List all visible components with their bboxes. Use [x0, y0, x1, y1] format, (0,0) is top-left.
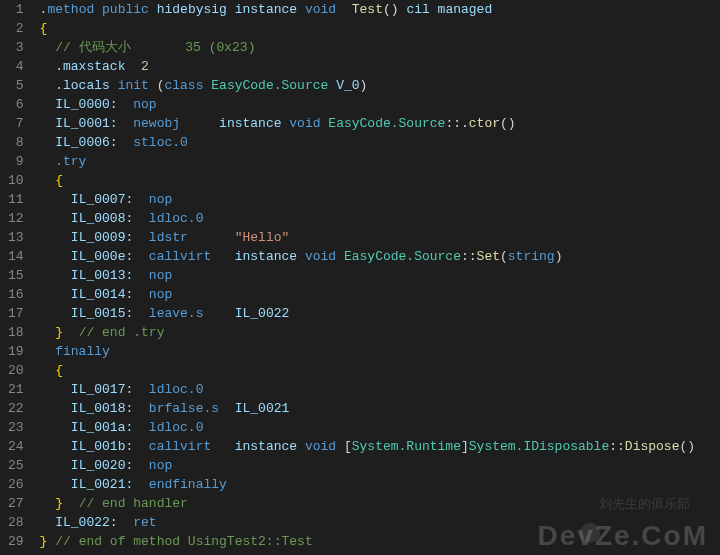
code-token: void — [305, 249, 336, 264]
code-token: ldloc.0 — [149, 211, 204, 226]
code-token — [40, 116, 56, 131]
code-token: 2 — [141, 59, 149, 74]
code-token — [40, 401, 71, 416]
code-token: IL_0021: — [71, 477, 133, 492]
code-line[interactable]: IL_0018: brfalse.s IL_0021 — [40, 399, 720, 418]
code-line[interactable]: IL_001a: ldloc.0 — [40, 418, 720, 437]
code-token — [40, 268, 71, 283]
code-token: Test — [352, 2, 383, 17]
code-editor[interactable]: 1234567891011121314151617181920212223242… — [0, 0, 720, 555]
code-token: IL_0017: — [71, 382, 133, 397]
code-token — [133, 306, 149, 321]
code-token: .try — [55, 154, 86, 169]
code-line[interactable]: IL_000e: callvirt instance void EasyCode… — [40, 247, 720, 266]
code-line[interactable]: IL_0006: stloc.0 — [40, 133, 720, 152]
code-token: ) — [555, 249, 563, 264]
code-token: // 代码大小 35 (0x23) — [55, 40, 255, 55]
code-token: System.Runtime — [352, 439, 461, 454]
code-token — [133, 249, 149, 264]
code-token: ldloc.0 — [149, 382, 204, 397]
line-number: 21 — [8, 380, 24, 399]
code-token — [133, 439, 149, 454]
line-number: 26 — [8, 475, 24, 494]
code-token: newobj — [133, 116, 180, 131]
code-token: .maxstack — [55, 59, 125, 74]
code-token: cil managed — [406, 2, 492, 17]
code-token: [ — [336, 439, 352, 454]
code-line[interactable]: { — [40, 19, 720, 38]
line-number: 13 — [8, 228, 24, 247]
code-token — [40, 59, 56, 74]
line-number: 17 — [8, 304, 24, 323]
code-line[interactable]: IL_0014: nop — [40, 285, 720, 304]
code-token: nop — [149, 192, 172, 207]
code-token — [118, 116, 134, 131]
code-token — [297, 439, 305, 454]
line-number: 14 — [8, 247, 24, 266]
code-token — [149, 2, 157, 17]
code-token: nop — [149, 287, 172, 302]
code-line[interactable]: IL_0021: endfinally — [40, 475, 720, 494]
code-line[interactable]: IL_0015: leave.s IL_0022 — [40, 304, 720, 323]
code-area[interactable]: .method public hidebysig instance void T… — [36, 0, 720, 555]
code-token: void — [305, 439, 336, 454]
code-line[interactable]: finally — [40, 342, 720, 361]
code-line[interactable]: IL_0020: nop — [40, 456, 720, 475]
code-token — [40, 249, 71, 264]
code-token — [40, 382, 71, 397]
code-token: .locals — [55, 78, 110, 93]
code-token — [133, 287, 149, 302]
code-line[interactable]: } // end handler — [40, 494, 720, 513]
code-token — [40, 363, 56, 378]
code-token: System.IDisposable — [469, 439, 609, 454]
line-number: 22 — [8, 399, 24, 418]
code-token: IL_0022: — [55, 515, 117, 530]
code-line[interactable]: .maxstack 2 — [40, 57, 720, 76]
code-line[interactable]: } // end .try — [40, 323, 720, 342]
code-token — [40, 306, 71, 321]
line-number: 10 — [8, 171, 24, 190]
line-number: 15 — [8, 266, 24, 285]
code-line[interactable]: IL_0001: newobj instance void EasyCode.S… — [40, 114, 720, 133]
code-token — [133, 420, 149, 435]
code-line[interactable]: .locals init (class EasyCode.Source V_0) — [40, 76, 720, 95]
line-number: 4 — [8, 57, 24, 76]
code-token: ) — [360, 78, 368, 93]
line-number-gutter: 1234567891011121314151617181920212223242… — [0, 0, 36, 555]
line-number: 2 — [8, 19, 24, 38]
code-line[interactable]: } // end of method UsingTest2::Test — [40, 532, 720, 551]
code-token: V_0 — [336, 78, 359, 93]
code-line[interactable]: IL_0008: ldloc.0 — [40, 209, 720, 228]
code-token: () — [500, 116, 516, 131]
code-token — [63, 325, 79, 340]
code-token — [133, 401, 149, 416]
code-token: IL_0021 — [235, 401, 290, 416]
code-line[interactable]: IL_0007: nop — [40, 190, 720, 209]
code-line[interactable]: IL_0000: nop — [40, 95, 720, 114]
line-number: 1 — [8, 0, 24, 19]
code-line[interactable]: IL_0022: ret — [40, 513, 720, 532]
code-token: () — [383, 2, 399, 17]
code-token: IL_0000: — [55, 97, 117, 112]
code-line[interactable]: { — [40, 171, 720, 190]
code-line[interactable]: { — [40, 361, 720, 380]
code-line[interactable]: .try — [40, 152, 720, 171]
code-token: IL_001a: — [71, 420, 133, 435]
code-line[interactable]: .method public hidebysig instance void T… — [40, 0, 720, 19]
code-line[interactable]: IL_001b: callvirt instance void [System.… — [40, 437, 720, 456]
code-token — [125, 59, 141, 74]
code-line[interactable]: IL_0013: nop — [40, 266, 720, 285]
code-token — [118, 135, 134, 150]
code-line[interactable]: IL_0017: ldloc.0 — [40, 380, 720, 399]
code-token — [40, 135, 56, 150]
code-token — [328, 78, 336, 93]
line-number: 27 — [8, 494, 24, 513]
code-token: init — [118, 78, 149, 93]
code-token: void — [289, 116, 320, 131]
code-token — [40, 211, 71, 226]
line-number: 28 — [8, 513, 24, 532]
code-line[interactable]: // 代码大小 35 (0x23) — [40, 38, 720, 57]
code-line[interactable]: IL_0009: ldstr "Hello" — [40, 228, 720, 247]
code-token — [133, 211, 149, 226]
code-token — [40, 287, 71, 302]
